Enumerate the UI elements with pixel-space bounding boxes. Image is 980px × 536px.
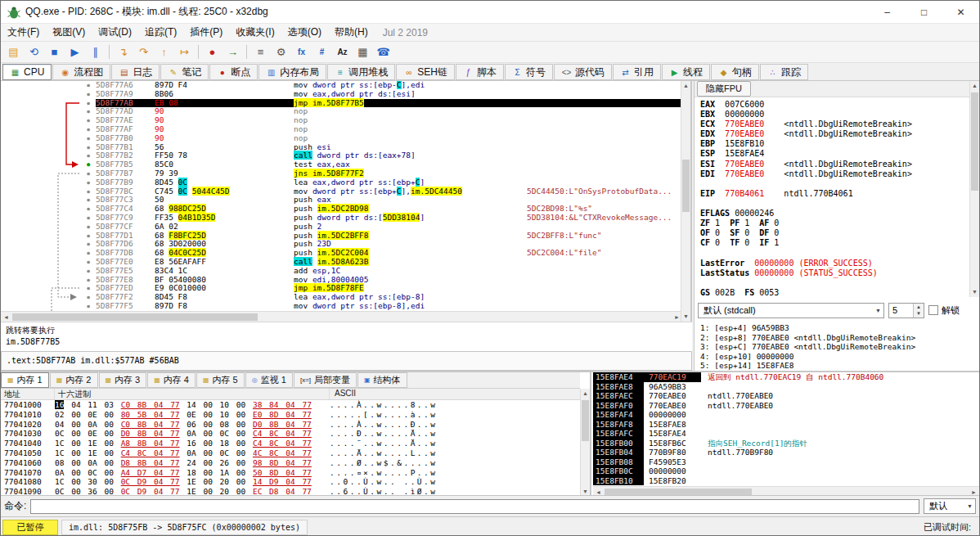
tab-dump-5[interactable]: ▦内存 5 (196, 372, 245, 388)
minimize-button[interactable]: – (869, 1, 906, 23)
register-line[interactable] (700, 199, 968, 209)
tab-watch-1[interactable]: ◎监视 1 (245, 372, 293, 388)
tab-call-stack[interactable]: ≡调用堆栈 (327, 64, 395, 80)
unlock-checkbox[interactable]: 解锁 (928, 304, 960, 317)
stack-row[interactable]: 15E8FAF815E8FAE8 (593, 420, 979, 430)
scroll-left-icon[interactable]: ◄ (1, 312, 11, 322)
calling-convention-select[interactable]: 默认 (stdcall) ▼ (698, 303, 884, 318)
menu-item-4[interactable]: 插件(P) (183, 24, 229, 41)
phone-icon[interactable]: ☎ (374, 43, 393, 61)
tab-handles[interactable]: ◆句柄 (711, 64, 759, 80)
step-out-icon[interactable]: ↑ (155, 43, 173, 61)
spin-down-icon[interactable]: ▼ (914, 310, 924, 318)
scroll-up-icon[interactable]: ▲ (681, 81, 690, 91)
register-line[interactable]: EFLAGS 00000246 (700, 209, 968, 218)
memory-row[interactable]: 770410801C 00 30 00 0C D9 04 77 1E 00 20… (1, 477, 580, 487)
register-line[interactable]: ESP 15E8FAE4 (700, 149, 968, 159)
tab-symbols[interactable]: Σ符号 (505, 64, 553, 80)
tab-breakpoints[interactable]: ●断点 (209, 64, 258, 80)
tab-graph[interactable]: ◉流程图 (52, 64, 110, 80)
register-line[interactable]: ZF 1 PF 1 AF 0 (700, 218, 968, 228)
register-line[interactable]: EDX 770EABE0 <ntdll.DbgUiRemoteBreakin> (700, 129, 968, 139)
menu-item-5[interactable]: 收藏夹(I) (229, 24, 281, 41)
register-line[interactable]: GS 002B FS 0053 (700, 288, 968, 298)
tab-log[interactable]: ▤日志 (111, 64, 160, 80)
log-icon[interactable]: ≡ (251, 43, 270, 61)
tab-dump-1[interactable]: ▦内存 1 (1, 372, 49, 388)
tab-memory-map[interactable]: ▥内存布局 (258, 64, 326, 80)
disasm-row[interactable]: ●5D8F77A98B06mov eax,dword ptr ds:[esi] (1, 90, 682, 99)
functions-icon[interactable]: fx (292, 43, 311, 61)
stack-row[interactable]: 15E8FAF400000000 (593, 410, 979, 420)
register-line[interactable]: CF 0 TF 0 IF 1 (700, 238, 968, 248)
registers-panel[interactable]: 隐藏FPU EAX 007C6000EBX 00000000ECX 770EAB… (694, 81, 979, 371)
scroll-up-icon[interactable]: ▲ (970, 81, 979, 91)
tab-cpu[interactable]: ▦CPU (2, 64, 52, 80)
register-line[interactable] (700, 248, 968, 258)
menu-item-3[interactable]: 追踪(T) (138, 24, 183, 41)
tab-notes[interactable]: ✎笔记 (160, 64, 209, 80)
pause-icon[interactable]: ∥ (86, 43, 105, 61)
memory-dump-panel[interactable]: ▦内存 1▦内存 2▦内存 3▦内存 4▦内存 5◎监视 1[x=]局部变量▣结… (1, 372, 591, 497)
hide-fpu-button[interactable]: 隐藏FPU (697, 81, 751, 97)
scroll-up-icon[interactable]: ▲ (581, 389, 590, 399)
scroll-down-icon[interactable]: ▼ (970, 287, 979, 297)
disassembly-panel[interactable]: ●5D8F77A6897D F4mov dword ptr ss:[ebp-C]… (1, 81, 692, 371)
memory-row[interactable]: 770410300C 00 0E 00 D0 8B 04 77 0A 00 0C… (1, 429, 580, 439)
arg-count-spinner[interactable]: 5 ▲▼ (888, 303, 924, 318)
register-line[interactable]: OF 0 SF 0 DF 0 (700, 228, 968, 238)
stack-row[interactable]: 15E8FAE4770EAC19返回到 ntdll.770EAC19 自 ntd… (593, 372, 979, 382)
stack-row[interactable]: 15E8FAFC15E8FAE4 (593, 429, 979, 439)
calculator-icon[interactable]: ▦ (353, 43, 372, 61)
stack-row[interactable]: 15E8FB04770B9F80ntdll.770B9F80 (593, 448, 979, 457)
step-over-icon[interactable]: ↷ (134, 43, 153, 61)
menu-item-1[interactable]: 视图(V) (46, 24, 92, 41)
register-line[interactable] (700, 179, 968, 189)
menu-item-7[interactable]: 帮助(H) (328, 24, 375, 41)
stack-row[interactable]: 15E8FAEC770EABE0ntdll.770EABE0 (593, 391, 979, 401)
tab-dump-4[interactable]: ▦内存 4 (147, 372, 196, 388)
menu-item-0[interactable]: 文件(F) (1, 24, 46, 41)
memory-row[interactable]: 770410501C 00 1E 00 C4 8C 04 77 0A 00 0C… (1, 448, 580, 458)
memory-row[interactable]: 7704106008 00 0A 00 D8 8B 04 77 24 00 26… (1, 458, 580, 468)
close-button[interactable]: ✕ (942, 1, 979, 23)
registers-vertical-scrollbar[interactable]: ▲ ▼ (969, 81, 979, 297)
command-input[interactable] (30, 499, 919, 514)
tab-locals[interactable]: [x=]局部变量 (294, 372, 357, 388)
call-argument-line[interactable]: 2: [esp+8] 770EABE0 <ntdll.DbgUiRemoteBr… (700, 333, 978, 343)
disasm-row[interactable]: ●5D8F77B090nop (1, 134, 682, 143)
menu-item-2[interactable]: 调试(D) (92, 24, 138, 41)
tab-source[interactable]: <>源代码 (554, 64, 612, 80)
memory-row[interactable]: 770410700A 00 0C 00 A4 D7 04 77 18 00 1A… (1, 468, 580, 478)
font-icon[interactable]: Az (333, 43, 352, 61)
register-line[interactable]: LastError 00000000 (ERROR_SUCCESS) (700, 259, 968, 268)
tab-dump-2[interactable]: ▦内存 2 (50, 372, 98, 388)
settings-icon[interactable]: ⚙ (272, 43, 290, 61)
memory-row[interactable]: 7704102004 00 0A 00 C0 8B 04 77 06 00 08… (1, 420, 580, 430)
run-to-cursor-icon[interactable]: ↦ (175, 43, 194, 61)
memory-row[interactable]: 770410401C 00 1E 00 A8 8B 04 77 16 00 18… (1, 439, 580, 448)
register-line[interactable]: ECX 770EABE0 <ntdll.DbgUiRemoteBreakin> (700, 119, 968, 129)
register-line[interactable]: EDI 770EABE0 <ntdll.DbgUiRemoteBreakin> (700, 169, 968, 179)
open-file-icon[interactable]: ▤ (4, 43, 23, 61)
stack-panel[interactable]: 15E8FAE4770EAC19返回到 ntdll.770EAC19 自 ntd… (593, 372, 979, 497)
stack-row[interactable]: 15E8FB08F45905E3 (593, 457, 979, 467)
stack-row[interactable]: 15E8FB1015E8FB20 (593, 476, 979, 486)
register-line[interactable]: EBX 00000000 (700, 110, 968, 119)
call-argument-line[interactable]: 4: [esp+10] 00000000 (700, 352, 978, 362)
tab-struct[interactable]: ▣结构体 (357, 372, 407, 388)
spin-up-icon[interactable]: ▲ (914, 304, 924, 311)
tab-dump-3[interactable]: ▦内存 3 (99, 372, 147, 388)
stop-icon[interactable]: ■ (45, 43, 64, 61)
breakpoint-icon[interactable]: ● (203, 43, 222, 61)
menu-item-6[interactable]: 选项(O) (281, 24, 328, 41)
trace-icon[interactable]: → (223, 43, 242, 61)
memory-vertical-scrollbar[interactable]: ▲ ▼ (580, 389, 590, 497)
stack-row[interactable]: 15E8FAE896A59BB3 (593, 382, 979, 392)
tab-seh[interactable]: ∞SEH链 (396, 64, 455, 80)
memory-row[interactable]: 7704100016 04 11 03 C0 8B 04 77 14 00 10… (1, 400, 580, 410)
hash-icon[interactable]: # (312, 43, 331, 61)
stack-row[interactable]: 15E8FAF0770EABE0ntdll.770EABE0 (593, 401, 979, 411)
tab-threads[interactable]: ▶线程 (662, 64, 710, 80)
memory-row[interactable]: 7704101002 00 0E 00 80 5B 04 77 0E 00 10… (1, 410, 580, 420)
